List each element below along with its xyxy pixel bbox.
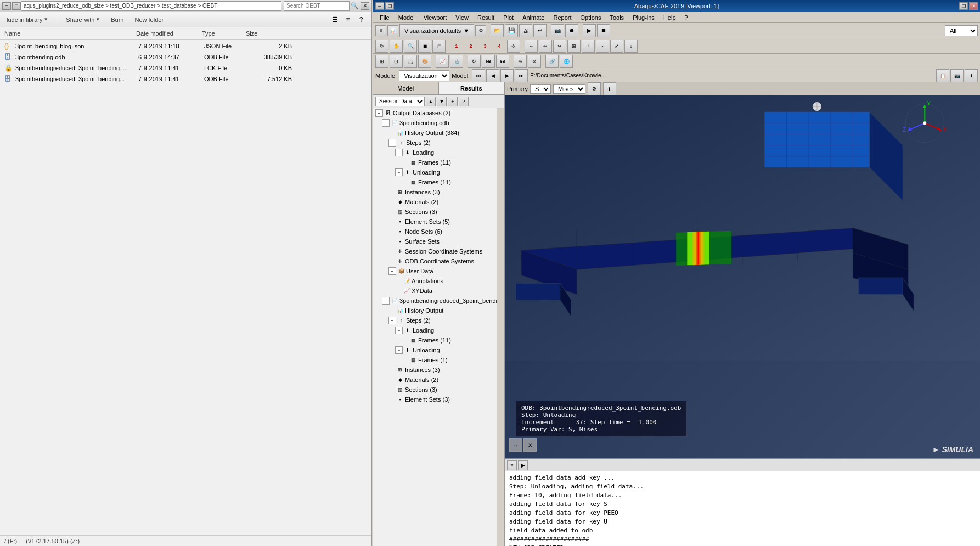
tree-expander[interactable]: −: [388, 139, 396, 147]
search-input[interactable]: [284, 1, 350, 11]
new-folder-button[interactable]: New folder: [133, 15, 166, 24]
zoom-in-icon[interactable]: +: [582, 40, 595, 53]
maximize-button[interactable]: □: [12, 2, 21, 10]
tree-node-annotations_1[interactable]: 📝 Annotations: [373, 276, 497, 286]
mises-dropdown[interactable]: Mises: [553, 84, 585, 94]
tree-node-element_sets_1[interactable]: ▪ Element Sets (5): [373, 217, 497, 227]
all-dropdown[interactable]: All: [945, 25, 978, 36]
tree-node-steps_1[interactable]: − ↕ Steps (2): [373, 138, 497, 148]
menu-item-report[interactable]: Report: [549, 13, 576, 22]
zoom-icon[interactable]: 🔍: [404, 40, 417, 53]
viewport-settings-icon[interactable]: ⚙: [588, 82, 601, 95]
reset-icon[interactable]: ⤢: [610, 40, 623, 53]
file-item[interactable]: 🗄 3pointbending.odb 6-9-2019 14:37 ODB F…: [0, 52, 371, 63]
tree-expander[interactable]: −: [395, 346, 403, 354]
zoom-fit-icon[interactable]: ⊞: [567, 40, 581, 53]
tree-expander[interactable]: −: [395, 327, 403, 334]
column-header-size[interactable]: Size: [246, 30, 290, 37]
menu-item-model[interactable]: Model: [394, 13, 419, 22]
menu-item-animate[interactable]: Animate: [518, 13, 549, 22]
model-prev-icon[interactable]: ⏮: [472, 69, 485, 82]
tree-node-session_coord_1[interactable]: ✛ Session Coordinate Systems: [373, 246, 497, 256]
nav-close-icon[interactable]: ✕: [523, 438, 537, 452]
file-item[interactable]: 🗄 3pointbendingreduced_3point_bending...…: [0, 74, 371, 85]
arrow-icon-1[interactable]: ↻: [468, 55, 481, 68]
toolbar-icon-1[interactable]: 🖥: [375, 25, 386, 36]
tree-node-element_sets_2[interactable]: ▪ Element Sets (3): [373, 395, 497, 404]
shade-icon[interactable]: ◼: [418, 40, 431, 53]
tree-node-odb_coord_1[interactable]: ✛ ODB Coordinate Systems: [373, 256, 497, 266]
save-icon[interactable]: 💾: [505, 24, 518, 37]
tree-node-surface_sets_1[interactable]: ▪ Surface Sets: [373, 237, 497, 246]
abaqus-close-button[interactable]: ✕: [969, 2, 978, 10]
tree-node-loading_1[interactable]: − ⬇ Loading: [373, 148, 497, 157]
view-list-icon[interactable]: ☰: [329, 14, 341, 26]
abaqus-restore2-button[interactable]: ❐: [959, 2, 968, 10]
primary-dropdown[interactable]: S: [530, 84, 551, 94]
burn-button[interactable]: Burn: [109, 15, 126, 24]
translate-icon[interactable]: ↔: [525, 40, 538, 53]
tree-node-history_output_2[interactable]: 📊 History Output: [373, 306, 497, 316]
xy-icon[interactable]: 📈: [436, 55, 449, 68]
rotate-icon[interactable]: ↻: [375, 40, 388, 53]
column-header-type[interactable]: Type: [202, 30, 246, 37]
tree-node-history_output_384[interactable]: 📊 History Output (384): [373, 128, 497, 138]
tab-model[interactable]: Model: [373, 82, 439, 94]
stop-icon[interactable]: ⏹: [597, 24, 610, 37]
info-icon[interactable]: ℹ: [965, 69, 978, 82]
share-with-button[interactable]: Share with ▼: [64, 15, 102, 24]
front-icon[interactable]: ↪: [553, 40, 566, 53]
msg-btn-1[interactable]: ≡: [507, 460, 517, 470]
back-icon[interactable]: ↩: [539, 40, 552, 53]
tree-node-3pointbendingreduced_odb[interactable]: − 📄 3pointbendingreduced_3point_bending.…: [373, 296, 497, 306]
probe-icon[interactable]: 🔬: [450, 55, 463, 68]
tree-node-sections_2[interactable]: ▧ Sections (3): [373, 385, 497, 395]
column-header-name[interactable]: Name: [4, 30, 136, 37]
tab-results[interactable]: Results: [439, 82, 505, 94]
tree-expander[interactable]: −: [382, 297, 390, 305]
contour-icon[interactable]: 🎨: [418, 55, 431, 68]
open-icon[interactable]: 📂: [491, 24, 504, 37]
model-prev2-icon[interactable]: ◀: [486, 69, 499, 82]
tree-expander[interactable]: −: [375, 109, 383, 117]
x2-icon[interactable]: 2: [464, 40, 477, 53]
tree-node-unloading_2[interactable]: − ⬇ Unloading: [373, 345, 497, 355]
tree-filter-icon[interactable]: ?: [459, 97, 469, 106]
fea-icon-2[interactable]: ⊗: [528, 55, 541, 68]
menu-item-[interactable]: ?: [680, 13, 692, 22]
file-item[interactable]: {} 3point_bending_blog.json 7-9-2019 11:…: [0, 41, 371, 52]
tree-node-3pointbending_odb[interactable]: − 📄 3pointbending.odb: [373, 118, 497, 128]
module-select[interactable]: Visualization: [399, 70, 449, 81]
camera-icon[interactable]: 📷: [551, 24, 564, 37]
copy-icon[interactable]: 📋: [936, 69, 949, 82]
menu-item-viewport[interactable]: Viewport: [419, 13, 452, 22]
link-icon[interactable]: 🔗: [545, 55, 559, 68]
arrow-icon-3[interactable]: ⏭: [496, 55, 509, 68]
tree-expander[interactable]: −: [388, 267, 396, 275]
viewport-info2-icon[interactable]: ℹ: [603, 82, 616, 95]
column-header-date[interactable]: Date modified: [136, 30, 202, 37]
record-icon[interactable]: ⏺: [565, 24, 578, 37]
close-button[interactable]: ✕: [361, 2, 369, 10]
menu-item-options[interactable]: Options: [576, 13, 606, 22]
tree-node-sections_1[interactable]: ▧ Sections (3): [373, 207, 497, 217]
toolbar-icon-3[interactable]: ⚙: [475, 25, 486, 36]
tree-node-user_data_1[interactable]: − 📦 User Data: [373, 266, 497, 276]
session-data-dropdown[interactable]: Session Data: [375, 97, 425, 106]
x1-icon[interactable]: 1: [450, 40, 463, 53]
iso-icon[interactable]: ⊹: [507, 40, 520, 53]
abaqus-restore-button[interactable]: ❐: [385, 2, 394, 10]
nav-back-icon[interactable]: ↔: [509, 438, 522, 452]
menu-item-file[interactable]: File: [375, 13, 394, 22]
tree-node-xydata_1[interactable]: 📈 XYData: [373, 286, 497, 296]
tree-expand-icon[interactable]: +: [448, 97, 458, 106]
tree-scrollbar[interactable]: [497, 108, 504, 546]
tree-expander[interactable]: −: [395, 149, 403, 156]
print-icon[interactable]: 🖨: [519, 24, 532, 37]
undo-icon[interactable]: ↩: [533, 24, 547, 37]
tree-node-materials_2[interactable]: ◆ Materials (2): [373, 375, 497, 385]
tree-node-instances_2[interactable]: ⊞ Instances (3): [373, 365, 497, 375]
model-play-icon[interactable]: ▶: [500, 69, 514, 82]
arrow-icon-2[interactable]: ⏮: [482, 55, 495, 68]
tree-node-node_sets_1[interactable]: ▪ Node Sets (6): [373, 227, 497, 237]
